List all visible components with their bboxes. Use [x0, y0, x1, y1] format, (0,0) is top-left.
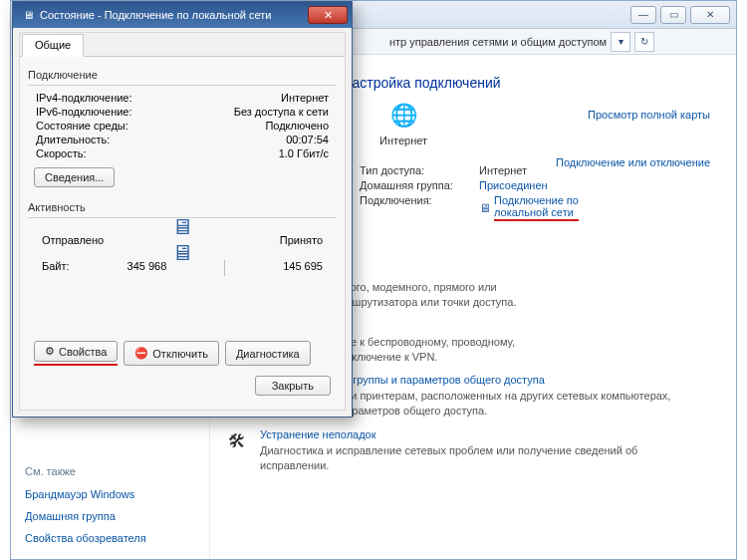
label-homegroup: Домашняя группа:	[360, 179, 469, 191]
active-network-details: Тип доступа: Интернет Домашняя группа: П…	[360, 164, 710, 221]
network-map: 🏠 Сеть 🌐 Интернет	[294, 101, 710, 146]
group-connection-label: Подключение	[28, 69, 337, 81]
divider-vertical	[224, 260, 225, 276]
map-node-internet: 🌐 Интернет	[379, 101, 427, 146]
value-bytes-sent: 345 968	[127, 260, 167, 276]
task-title[interactable]: Устранение неполадок	[260, 428, 688, 440]
link-homegroup[interactable]: Домашняя группа	[25, 510, 195, 522]
task-troubleshoot[interactable]: 🛠 Устранение неполадок Диагностика и исп…	[224, 428, 710, 473]
properties-button[interactable]: ⚙Свойства	[34, 341, 118, 362]
network-icon: 🖥	[21, 8, 35, 22]
address-text: нтр управления сетями и общим доступом	[389, 36, 607, 48]
connect-disconnect-link[interactable]: Подключение или отключение	[556, 156, 710, 168]
label-received: Принято	[280, 234, 323, 246]
activity-group: Активность Отправлено 🖥🖥 Принято Байт: 3…	[28, 201, 337, 276]
close-button[interactable]: ✕	[690, 6, 730, 24]
value-speed: 1.0 Гбит/с	[279, 147, 329, 159]
task-desc: Диагностика и исправление сетевых пробле…	[260, 443, 688, 473]
details-button[interactable]: Сведения...	[34, 167, 115, 187]
connection-status-dialog: 🖥 Состояние - Подключение по локальной с…	[12, 1, 353, 418]
divider	[28, 85, 337, 86]
value-connection-link[interactable]: 🖥 Подключение по локальной сети	[479, 194, 579, 221]
tab-strip: Общие	[20, 33, 345, 57]
value-media-state: Подключено	[265, 120, 329, 132]
close-button[interactable]: Закрыть	[255, 376, 331, 396]
button-bar: ⚙Свойства ⛔Отключить Диагностика	[34, 341, 311, 366]
gear-icon: ⚙	[45, 345, 55, 358]
view-full-map-link[interactable]: Просмотр полной карты	[588, 109, 710, 121]
monitor-icon: 🖥	[479, 201, 491, 215]
label-duration: Длительность:	[36, 134, 110, 145]
value-ipv6: Без доступа к сети	[234, 106, 329, 118]
label-ipv4: IPv4-подключение:	[36, 92, 132, 104]
see-also-header: См. также	[25, 465, 195, 477]
disable-button[interactable]: ⛔Отключить	[124, 341, 219, 366]
value-ipv4: Интернет	[281, 92, 329, 104]
globe-icon: 🌐	[388, 101, 418, 131]
diagnose-button[interactable]: Диагностика	[225, 341, 311, 366]
label-media-state: Состояние среды:	[36, 120, 128, 132]
label-ipv6: IPv6-подключение:	[36, 106, 132, 118]
troubleshoot-icon: 🛠	[224, 428, 250, 454]
value-bytes-received: 145 695	[283, 260, 323, 276]
tab-general[interactable]: Общие	[22, 34, 84, 57]
maximize-button[interactable]: ▭	[660, 6, 686, 24]
dialog-titlebar[interactable]: 🖥 Состояние - Подключение по локальной с…	[13, 2, 352, 28]
label-sent: Отправлено	[42, 234, 104, 246]
value-duration: 00:07:54	[286, 134, 329, 145]
tab-page-general: Подключение IPv4-подключение:Интернет IP…	[28, 67, 337, 402]
label-speed: Скорость:	[36, 147, 87, 159]
link-ie-properties[interactable]: Свойства обозревателя	[25, 532, 195, 544]
computers-icon: 🖥🖥	[171, 224, 211, 256]
value-homegroup[interactable]: Присоединен	[479, 179, 548, 191]
disable-icon: ⛔	[134, 347, 148, 360]
dialog-title: Состояние - Подключение по локальной сет…	[40, 9, 271, 21]
minimize-button[interactable]: —	[630, 6, 656, 24]
dialog-body: Общие Подключение IPv4-подключение:Интер…	[19, 32, 346, 411]
value-access-type: Интернет	[479, 164, 527, 176]
group-activity-label: Активность	[28, 201, 337, 213]
label-connections: Подключения:	[360, 194, 469, 221]
map-node-label: Интернет	[379, 135, 427, 146]
link-firewall[interactable]: Брандмауэр Windows	[25, 488, 195, 500]
address-dropdown-icon[interactable]: ▾	[611, 32, 630, 52]
dialog-close-button[interactable]: ✕	[308, 6, 348, 24]
activity-icon-group: 🖥🖥	[171, 224, 211, 256]
refresh-icon[interactable]: ↻	[634, 32, 654, 52]
label-access-type: Тип доступа:	[360, 164, 469, 176]
label-bytes: Байт:	[42, 260, 70, 276]
